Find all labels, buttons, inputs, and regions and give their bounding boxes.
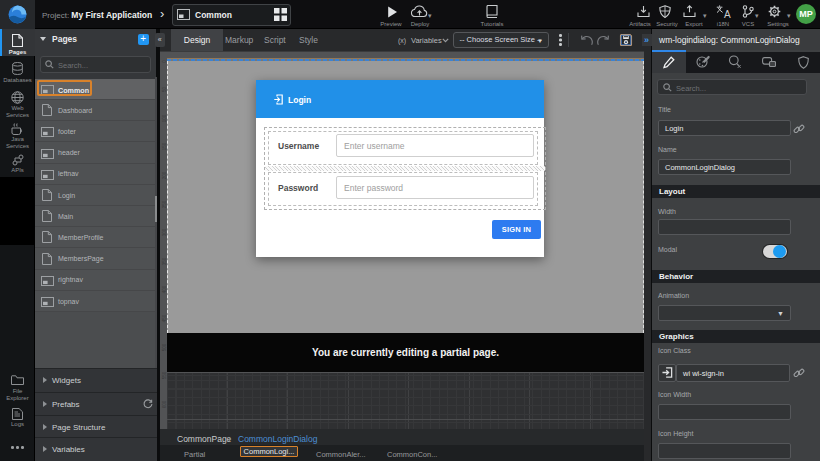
svg-text:A: A: [724, 9, 731, 19]
